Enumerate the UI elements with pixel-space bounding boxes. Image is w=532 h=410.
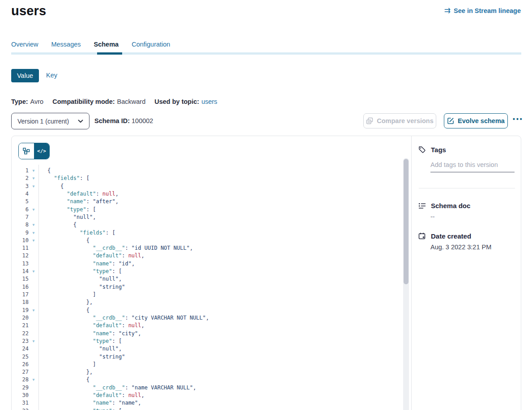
- date-created-title: Date created: [431, 232, 471, 240]
- code-line: 10▼ {: [12, 237, 401, 244]
- fold-spacer: [29, 361, 38, 368]
- topic-link[interactable]: users: [201, 98, 217, 105]
- fold-toggle-icon[interactable]: ▼: [29, 167, 38, 175]
- code-line: 5 "name": "after",: [12, 198, 401, 205]
- tab-configuration[interactable]: Configuration: [132, 41, 170, 48]
- line-number: 3: [12, 183, 29, 190]
- code-line: 21 "default": null,: [12, 322, 401, 329]
- compare-versions-button[interactable]: Compare versions: [363, 113, 436, 128]
- evolve-schema-label: Evolve schema: [458, 117, 505, 124]
- fold-spacer: [29, 368, 38, 376]
- line-content: "string": [38, 283, 125, 291]
- fold-toggle-icon[interactable]: ▼: [29, 307, 38, 314]
- line-content: },: [38, 299, 93, 306]
- code-line: 12 "default": null,: [12, 252, 401, 260]
- code-view-button[interactable]: </>: [34, 143, 49, 159]
- line-number: 31: [12, 399, 29, 407]
- fold-toggle-icon[interactable]: ▼: [29, 206, 38, 214]
- stream-lineage-link[interactable]: ⇉ See in Stream lineage: [444, 7, 521, 14]
- chevron-down-icon: [78, 120, 83, 123]
- add-tags-input[interactable]: [430, 160, 515, 172]
- fold-toggle-icon[interactable]: ▼: [29, 337, 38, 345]
- code-view-icon: </>: [37, 148, 46, 154]
- code-scrollbar[interactable]: [403, 158, 409, 410]
- version-select[interactable]: Version 1 (current): [11, 113, 89, 129]
- tab-underline-active: [97, 52, 122, 55]
- code-line: 6▼ "type": [: [12, 206, 401, 214]
- fold-spacer: [29, 314, 38, 322]
- line-content: "null",: [38, 214, 96, 221]
- line-content: {: [38, 221, 77, 229]
- tab-schema[interactable]: Schema: [94, 41, 119, 48]
- fold-toggle-icon[interactable]: ▼: [29, 221, 38, 229]
- line-number: 23: [12, 337, 29, 345]
- code-line: 28▼ {: [12, 376, 401, 384]
- fold-spacer: [29, 214, 38, 221]
- fold-toggle-icon[interactable]: ▼: [29, 229, 38, 237]
- copy-icon: [366, 117, 373, 124]
- edit-icon: [447, 117, 454, 124]
- line-content: {: [38, 307, 89, 314]
- schema-doc-title: Schema doc: [431, 202, 470, 209]
- code-line: 2▼ "fields": [: [12, 175, 401, 182]
- line-number: 8: [12, 221, 29, 229]
- fold-spacer: [29, 330, 38, 337]
- line-number: 27: [12, 368, 29, 376]
- more-options-button[interactable]: •••: [513, 115, 523, 123]
- line-number: 32: [12, 407, 29, 410]
- code-line: 18 },: [12, 299, 401, 306]
- line-number: 5: [12, 198, 29, 205]
- tag-icon: [418, 146, 426, 154]
- line-number: 26: [12, 361, 29, 368]
- line-number: 15: [12, 275, 29, 283]
- line-content: "type": [: [38, 268, 122, 275]
- code-line: 9▼ "fields": [: [12, 229, 401, 237]
- line-content: "string": [38, 353, 125, 361]
- line-content: "type": [: [38, 206, 96, 214]
- code-line: 26 ]: [12, 361, 401, 368]
- tab-messages[interactable]: Messages: [51, 41, 81, 48]
- line-content: "type": [: [38, 407, 122, 410]
- code-line: 8▼ {: [12, 221, 401, 229]
- code-scrollbar-thumb[interactable]: [404, 159, 409, 284]
- code-line: 31 "name": "name",: [12, 399, 401, 407]
- fold-toggle-icon[interactable]: ▼: [29, 237, 38, 244]
- line-number: 21: [12, 322, 29, 329]
- tab-overview[interactable]: Overview: [11, 41, 38, 48]
- line-content: "fields": [: [38, 229, 115, 237]
- fold-toggle-icon[interactable]: ▼: [29, 268, 38, 275]
- line-content: "type": [: [38, 337, 122, 345]
- fold-toggle-icon[interactable]: ▼: [29, 376, 38, 384]
- line-number: 11: [12, 244, 29, 252]
- code-line: 11 "__crdb__": "id UUID NOT NULL",: [12, 244, 401, 252]
- line-content: "default": null,: [38, 392, 145, 399]
- line-content: "name": "after",: [38, 198, 119, 205]
- tags-title: Tags: [431, 146, 446, 154]
- value-toggle-button[interactable]: Value: [11, 69, 39, 82]
- line-number: 4: [12, 190, 29, 198]
- tree-view-button[interactable]: [19, 143, 34, 159]
- code-line: 22 "name": "city",: [12, 330, 401, 337]
- code-line: 27 },: [12, 368, 401, 376]
- evolve-schema-button[interactable]: Evolve schema: [444, 113, 508, 128]
- line-content: {: [38, 167, 51, 175]
- code-line: 29 "__crdb__": "name VARCHAR NULL",: [12, 384, 401, 392]
- fold-toggle-icon[interactable]: ▼: [29, 183, 38, 190]
- line-content: },: [38, 368, 93, 376]
- page-title: users: [11, 4, 46, 18]
- compare-versions-label: Compare versions: [377, 117, 434, 124]
- code-line: 23▼ "type": [: [12, 337, 401, 345]
- type-value: Avro: [30, 98, 44, 105]
- line-number: 18: [12, 299, 29, 306]
- line-number: 16: [12, 283, 29, 291]
- fold-toggle-icon[interactable]: ▼: [29, 175, 38, 182]
- date-created-value: Aug. 3 2022 3:21 PM: [430, 243, 491, 251]
- fold-spacer: [29, 345, 38, 353]
- list-icon: [418, 202, 426, 209]
- fold-spacer: [29, 322, 38, 329]
- fold-toggle-icon[interactable]: ▼: [29, 407, 38, 410]
- tab-underline-track: [11, 52, 521, 55]
- line-number: 24: [12, 345, 29, 353]
- code-line: 14▼ "type": [: [12, 268, 401, 275]
- key-toggle-button[interactable]: Key: [46, 72, 57, 79]
